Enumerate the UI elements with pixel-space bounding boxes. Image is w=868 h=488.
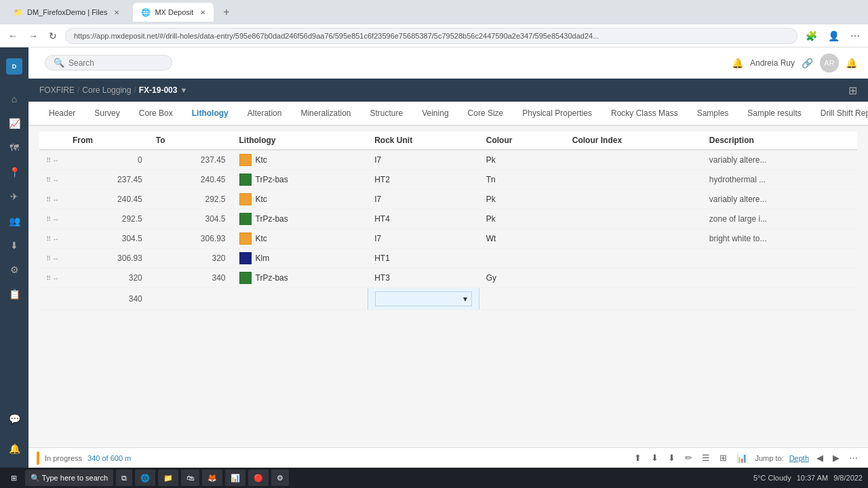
status-btn-2[interactable]: ⬇: [649, 451, 660, 464]
jump-prev-button[interactable]: ◀: [814, 451, 825, 464]
reload-button[interactable]: ↻: [46, 29, 60, 43]
rock-unit-dropdown[interactable]: ▾: [375, 291, 473, 306]
extensions-button[interactable]: 🧩: [803, 29, 820, 43]
col-description: Description: [703, 131, 857, 150]
tab-mineralization[interactable]: Mineralization: [291, 102, 360, 126]
taskbar-store[interactable]: 🛍: [181, 470, 199, 486]
status-btn-list[interactable]: ☰: [700, 451, 712, 464]
row-drag-handle[interactable]: ⠿: [46, 176, 51, 184]
tab-samples[interactable]: Samples: [688, 102, 738, 126]
jump-next-button[interactable]: ▶: [831, 451, 842, 464]
browser-tab-files[interactable]: 📁 DM_FirefoxDemo | Files ✕: [5, 3, 127, 22]
cell-colour-index: [566, 229, 703, 249]
breadcrumb-foxfire[interactable]: FOXFIRE: [39, 85, 75, 95]
sidebar-icon-docs[interactable]: 📋: [3, 283, 25, 305]
user-name: Andreia Ruy: [750, 58, 795, 68]
row-expand[interactable]: ↔: [52, 274, 59, 282]
table-new-row: 340 ▾: [39, 288, 857, 310]
row-expand[interactable]: ↔: [52, 235, 59, 243]
status-btn-grid[interactable]: ⊞: [717, 451, 729, 464]
breadcrumb-drillhole[interactable]: FX-19-003: [139, 85, 178, 95]
row-expand[interactable]: ↔: [52, 157, 59, 164]
sidebar-icon-chat[interactable]: 💬: [3, 408, 25, 430]
sidebar-icon-send[interactable]: ✈: [3, 186, 25, 207]
taskbar-search[interactable]: 🔍 Type here to search: [25, 470, 113, 486]
user-avatar[interactable]: AR: [820, 54, 839, 73]
browser-tab-mxdeposit[interactable]: 🌐 MX Deposit ✕: [133, 3, 214, 22]
sidebar-icon-chart[interactable]: 📈: [3, 113, 25, 134]
profile-button[interactable]: 👤: [825, 29, 842, 43]
breadcrumb-sep-1: /: [77, 85, 79, 95]
row-drag-handle[interactable]: ⠿: [46, 196, 51, 203]
row-expand[interactable]: ↔: [52, 176, 59, 184]
start-button[interactable]: ⊞: [5, 472, 22, 484]
tab-structure[interactable]: Structure: [361, 102, 413, 126]
tab-mxdeposit-close[interactable]: ✕: [200, 9, 205, 16]
sidebar-icon-alert[interactable]: 🔔: [3, 438, 25, 460]
tab-core-box[interactable]: Core Box: [130, 102, 182, 126]
tab-drill-shift-report[interactable]: Drill Shift Report: [811, 102, 868, 126]
search-bar[interactable]: 🔍: [45, 55, 172, 70]
status-label: In progress: [45, 454, 82, 462]
taskbar-app1[interactable]: 🔴: [248, 470, 269, 486]
tab-rocky-class-mass[interactable]: Rocky Class Mass: [601, 102, 688, 126]
row-drag-handle[interactable]: ⠿: [46, 255, 51, 262]
table-area: From To Lithology Rock Unit Colour Colou…: [28, 126, 868, 447]
more-options-button[interactable]: ⋯: [847, 451, 860, 464]
status-btn-1[interactable]: ⬆: [632, 451, 644, 464]
tab-survey[interactable]: Survey: [85, 102, 129, 126]
breadcrumb-core-logging[interactable]: Core Logging: [82, 85, 131, 95]
tab-files-close[interactable]: ✕: [114, 9, 119, 16]
taskbar-files[interactable]: 📁: [158, 470, 178, 486]
col-rock-unit: Rock Unit: [368, 131, 479, 150]
row-drag-handle[interactable]: ⠿: [46, 157, 51, 164]
taskbar-browser[interactable]: 🦊: [202, 470, 222, 486]
tab-veining[interactable]: Veining: [412, 102, 458, 126]
forward-button[interactable]: →: [26, 29, 41, 43]
new-row-rock-unit[interactable]: ▾: [368, 288, 479, 310]
address-bar[interactable]: https://app.mxdeposit.net/#/drill-holes/…: [65, 28, 797, 44]
taskbar-edge[interactable]: 🌐: [135, 470, 155, 486]
sidebar-icon-location[interactable]: 📍: [3, 161, 25, 183]
row-expand[interactable]: ↔: [52, 255, 59, 262]
tab-alteration[interactable]: Alteration: [238, 102, 292, 126]
status-btn-chart[interactable]: 📊: [734, 451, 749, 464]
tab-physical-properties[interactable]: Physical Properties: [513, 102, 601, 126]
bell-icon[interactable]: 🔔: [846, 58, 857, 68]
jump-to-value[interactable]: Depth: [789, 454, 809, 462]
cell-rock-unit: HT3: [368, 268, 479, 288]
cell-rock-unit: I7: [368, 150, 479, 170]
col-actions: [39, 131, 66, 150]
breadcrumb-dropdown-icon[interactable]: ▼: [180, 86, 187, 94]
share-icon[interactable]: 🔗: [802, 58, 813, 68]
taskbar-powerpoint[interactable]: 📊: [225, 470, 245, 486]
menu-button[interactable]: ⋯: [848, 29, 863, 43]
new-row-lithology: [233, 288, 368, 310]
sidebar-icon-users[interactable]: 👥: [3, 210, 25, 232]
cell-rock-unit: HT2: [368, 170, 479, 190]
back-button[interactable]: ←: [5, 29, 20, 43]
sidebar-icon-home[interactable]: ⌂: [3, 88, 25, 110]
taskbar-task-view[interactable]: ⧉: [116, 470, 132, 486]
sidebar-icon-download[interactable]: ⬇: [3, 235, 25, 256]
tab-core-size[interactable]: Core Size: [458, 102, 513, 126]
row-expand[interactable]: ↔: [52, 196, 59, 203]
layout-toggle-icon[interactable]: ⊞: [848, 84, 857, 97]
status-btn-3[interactable]: ⬇: [666, 451, 677, 464]
status-btn-edit[interactable]: ✏: [683, 451, 694, 464]
tab-lithology[interactable]: Lithology: [182, 102, 238, 126]
taskbar-settings[interactable]: ⚙: [271, 470, 289, 486]
row-expand[interactable]: ↔: [52, 216, 59, 223]
row-drag-handle[interactable]: ⠿: [46, 216, 51, 223]
lithology-table: From To Lithology Rock Unit Colour Colou…: [39, 131, 857, 310]
sidebar-icon-settings[interactable]: ⚙: [3, 259, 25, 281]
tab-header[interactable]: Header: [39, 102, 85, 126]
row-drag-handle[interactable]: ⠿: [46, 274, 51, 282]
sidebar-icon-map[interactable]: 🗺: [3, 137, 25, 159]
lithology-color-swatch: [239, 252, 252, 264]
notifications-icon[interactable]: 🔔: [732, 58, 743, 68]
row-drag-handle[interactable]: ⠿: [46, 235, 51, 243]
search-input[interactable]: [68, 58, 163, 68]
new-tab-button[interactable]: +: [219, 6, 233, 18]
tab-sample-results[interactable]: Sample results: [738, 102, 810, 126]
